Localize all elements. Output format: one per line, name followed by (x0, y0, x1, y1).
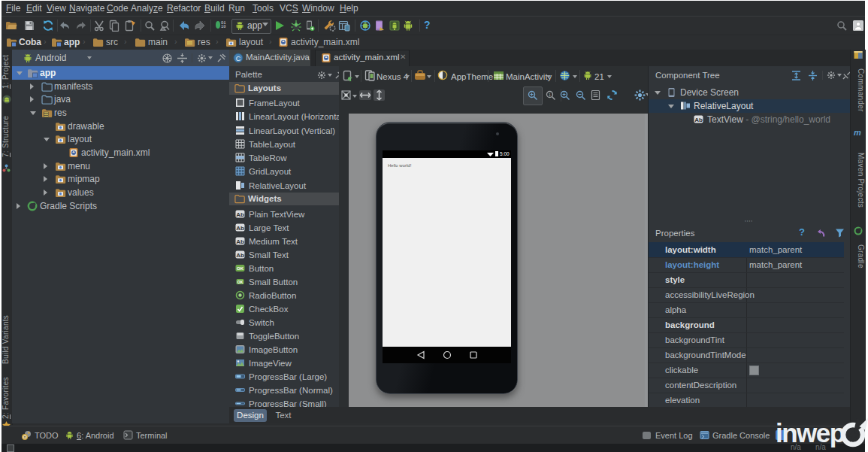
svg-text:Ab: Ab (236, 238, 244, 245)
svg-text:10: 10 (221, 24, 226, 29)
svg-text:OK: OK (237, 280, 243, 284)
svg-text:Ab: Ab (236, 211, 244, 218)
svg-text:Ab: Ab (236, 225, 244, 232)
svg-text:Ab: Ab (236, 252, 244, 259)
svg-text:OK: OK (237, 266, 244, 271)
svg-text:1: 1 (549, 93, 552, 97)
svg-text:C: C (236, 55, 241, 62)
svg-text:Ab: Ab (694, 117, 703, 123)
